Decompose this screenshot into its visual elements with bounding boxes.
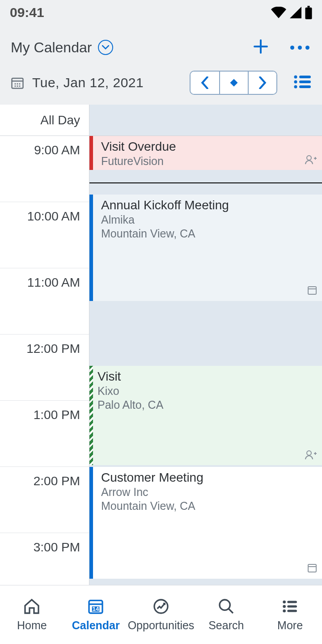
diamond-icon xyxy=(229,77,239,88)
calendar-picker[interactable]: My Calendar xyxy=(11,39,113,56)
dot-icon xyxy=(298,46,302,50)
tab-label: Home xyxy=(17,619,47,632)
event-subtitle: FutureVision xyxy=(101,155,316,168)
hour-label: 12:00 PM xyxy=(26,342,80,356)
event-location: Palo Alto, CA xyxy=(97,398,316,411)
svg-point-16 xyxy=(307,156,311,160)
list-icon xyxy=(293,75,311,89)
home-icon xyxy=(23,597,41,615)
svg-rect-11 xyxy=(299,76,311,78)
people-icon xyxy=(305,450,318,462)
opportunities-icon xyxy=(152,597,170,615)
svg-point-14 xyxy=(294,85,297,89)
svg-point-29 xyxy=(283,610,286,613)
battery-icon xyxy=(305,6,312,19)
calendar-icon: 14 xyxy=(87,597,105,615)
tab-label: More xyxy=(277,619,303,632)
chevron-down-icon xyxy=(98,40,113,55)
svg-text:14: 14 xyxy=(93,606,99,612)
chevron-right-icon xyxy=(258,76,267,89)
svg-point-8 xyxy=(19,85,21,87)
list-view-toggle[interactable] xyxy=(293,75,311,91)
status-icons xyxy=(271,6,312,19)
wifi-icon xyxy=(271,7,286,18)
next-day-button[interactable] xyxy=(248,72,276,94)
svg-point-3 xyxy=(15,83,16,85)
hour-label: 1:00 PM xyxy=(34,408,80,422)
tab-calendar[interactable]: 14 Calendar xyxy=(64,585,128,644)
event-visit-kixo[interactable]: Visit Kixo Palo Alto, CA xyxy=(89,366,322,465)
svg-rect-30 xyxy=(287,610,297,612)
allday-label: All Day xyxy=(0,105,89,136)
add-button[interactable] xyxy=(253,38,269,56)
event-subtitle: Kixo xyxy=(97,385,316,398)
svg-point-6 xyxy=(15,85,16,87)
dot-icon xyxy=(305,46,309,50)
event-location: Mountain View, CA xyxy=(101,500,316,513)
svg-rect-26 xyxy=(287,601,297,603)
tab-search[interactable]: Search xyxy=(194,585,258,644)
hour-label: 9:00 AM xyxy=(34,143,80,157)
search-icon xyxy=(217,597,235,615)
hour-label: 3:00 PM xyxy=(34,540,80,555)
chevron-left-icon xyxy=(201,76,209,89)
hour-label: 2:00 PM xyxy=(34,474,80,488)
svg-point-7 xyxy=(17,85,18,87)
tab-label: Search xyxy=(208,619,244,632)
event-customer-meeting[interactable]: Customer Meeting Arrow Inc Mountain View… xyxy=(89,467,322,579)
svg-point-24 xyxy=(220,600,230,610)
svg-rect-13 xyxy=(299,80,311,83)
event-location: Mountain View, CA xyxy=(101,227,316,240)
svg-rect-17 xyxy=(308,287,316,294)
svg-rect-9 xyxy=(230,79,238,87)
svg-rect-15 xyxy=(299,85,311,88)
current-date-label[interactable]: Tue, Jan 12, 2021 xyxy=(32,75,144,90)
calendar-day-view: All Day 9:00 AM 10:00 AM 11:00 AM 12:00 … xyxy=(0,105,322,585)
event-subtitle: Arrow Inc xyxy=(101,486,316,499)
status-time: 09:41 xyxy=(10,5,44,20)
tab-label: Calendar xyxy=(72,619,120,632)
event-canvas[interactable]: Visit Overdue FutureVision Annual Kickof… xyxy=(89,105,322,585)
tab-home[interactable]: Home xyxy=(0,585,64,644)
dot-icon xyxy=(290,46,294,50)
svg-point-27 xyxy=(283,605,286,608)
page-title: My Calendar xyxy=(11,39,92,56)
today-button[interactable] xyxy=(219,72,248,94)
event-title: Visit Overdue xyxy=(101,140,316,154)
svg-rect-28 xyxy=(287,606,297,608)
event-annual-kickoff[interactable]: Annual Kickoff Meeting Almika Mountain V… xyxy=(89,195,322,301)
tab-more[interactable]: More xyxy=(258,585,322,644)
svg-rect-1 xyxy=(305,8,312,19)
event-title: Visit xyxy=(97,369,316,384)
svg-rect-19 xyxy=(308,564,316,572)
time-gutter: All Day 9:00 AM 10:00 AM 11:00 AM 12:00 … xyxy=(0,105,89,585)
date-nav-row: Tue, Jan 12, 2021 xyxy=(0,64,322,105)
event-visit-overdue[interactable]: Visit Overdue FutureVision xyxy=(89,136,322,170)
now-line xyxy=(89,182,322,183)
cell-signal-icon xyxy=(290,7,301,18)
more-list-icon xyxy=(281,597,299,615)
people-icon xyxy=(305,155,318,166)
day-nav-segmented xyxy=(190,71,277,95)
svg-point-10 xyxy=(294,76,297,79)
event-subtitle: Almika xyxy=(101,213,316,226)
tab-opportunities[interactable]: Opportunities xyxy=(128,585,195,644)
svg-point-4 xyxy=(17,83,18,85)
hour-label: 10:00 AM xyxy=(27,209,80,224)
plus-icon xyxy=(253,38,269,55)
event-title: Customer Meeting xyxy=(101,470,316,485)
svg-point-12 xyxy=(294,80,297,84)
bottom-tab-bar: Home 14 Calendar Opportunities Search Mo… xyxy=(0,585,322,644)
tab-label: Opportunities xyxy=(128,619,195,632)
svg-point-25 xyxy=(283,601,286,604)
allday-slot[interactable] xyxy=(89,105,322,136)
event-title: Annual Kickoff Meeting xyxy=(101,198,316,212)
hour-label: 11:00 AM xyxy=(27,275,80,290)
svg-point-5 xyxy=(19,83,21,85)
svg-rect-0 xyxy=(308,6,310,8)
calendar-small-icon xyxy=(307,563,318,575)
svg-point-18 xyxy=(307,451,311,455)
prev-day-button[interactable] xyxy=(191,72,219,94)
more-actions-button[interactable] xyxy=(290,46,309,50)
calendar-small-icon xyxy=(307,285,318,297)
